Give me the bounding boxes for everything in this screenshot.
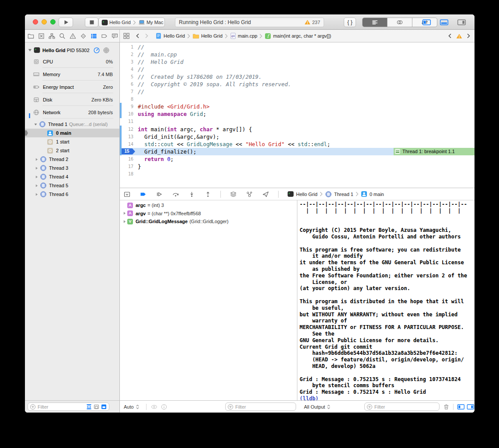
zoom-window-button[interactable] xyxy=(50,19,56,24)
nav-search-icon[interactable] xyxy=(59,32,66,40)
disclosure-right-icon[interactable] xyxy=(35,158,38,161)
code-line[interactable]: 10using namespace Grid; xyxy=(120,110,475,118)
code-line[interactable]: 5// Created by s1786208 on 17/03/2019. xyxy=(120,73,475,80)
filter-stack-icon[interactable] xyxy=(101,403,107,410)
jumpbar-item[interactable]: Hello Grid xyxy=(192,33,223,39)
disclosure-down-icon[interactable] xyxy=(34,122,38,126)
toggle-navigator-button[interactable] xyxy=(420,18,433,26)
nav-sourcecontrol-icon[interactable] xyxy=(38,32,45,40)
variable-row[interactable]: A argc = (int) 3 xyxy=(120,201,297,210)
stack-frame-row[interactable]: 0 main xyxy=(25,129,119,137)
warning-icon[interactable] xyxy=(456,33,462,39)
nav-issue-icon[interactable] xyxy=(69,32,77,40)
gauge-row-disk[interactable]: Disk Zero KB/s xyxy=(25,93,119,106)
forward-button[interactable] xyxy=(144,33,149,39)
clear-console-button[interactable] xyxy=(443,401,450,413)
thread-row[interactable]: Thread 5 xyxy=(25,181,119,190)
code-line[interactable]: 7// xyxy=(120,88,475,95)
code-line[interactable]: 4// xyxy=(120,66,475,73)
minimize-window-button[interactable] xyxy=(42,19,47,24)
jumpbar-item[interactable]: Hello Grid xyxy=(155,32,185,39)
code-line[interactable]: 14 std::cout << GridLogMessage << "Hello… xyxy=(120,140,475,148)
jumpbar-item[interactable]: c+main.cpp xyxy=(230,32,258,39)
stack-frame-row[interactable]: ⚙ 1 start xyxy=(25,137,119,146)
console-scope-dropdown[interactable]: All Output xyxy=(304,401,331,413)
stop-button[interactable] xyxy=(85,18,98,27)
nav-test-icon[interactable] xyxy=(80,32,87,40)
location-button[interactable] xyxy=(262,191,269,198)
stepout-button[interactable] xyxy=(204,191,212,198)
quicklook-button[interactable] xyxy=(150,401,158,413)
hide-button[interactable] xyxy=(123,191,131,198)
code-line[interactable]: 18 xyxy=(120,170,475,178)
back-button[interactable] xyxy=(135,33,140,39)
gauge-row-network[interactable]: Network 208 bytes/s xyxy=(25,106,119,119)
toggle-inspector-button[interactable] xyxy=(455,18,468,26)
nav-breakpoint-icon[interactable] xyxy=(101,32,108,40)
variable-row[interactable]: V Grid::GridLogMessage (Grid::GridLogger… xyxy=(120,217,297,226)
code-line[interactable]: 15 Grid_finalize();Thread 1: breakpoint … xyxy=(120,148,475,155)
variables-view[interactable]: A argc = (int) 3 A argv = (char **) 0x7f… xyxy=(120,200,297,400)
info-button[interactable] xyxy=(161,401,167,413)
source-editor[interactable]: 1//2// main.cpp3// Hello Grid4//5// Crea… xyxy=(120,42,475,188)
disclosure-right-icon[interactable] xyxy=(122,220,127,224)
debug-crumb[interactable]: Hello Grid xyxy=(287,191,318,197)
disclosure-right-icon[interactable] xyxy=(35,184,38,188)
gauge-row-memory[interactable]: Memory 7.4 MB xyxy=(25,68,119,80)
code-line[interactable]: 1// xyxy=(120,43,475,51)
thread-row[interactable]: Thread 4 xyxy=(25,172,119,181)
scheme-selector[interactable]: Hello GridMy Mac xyxy=(98,18,165,27)
assistant-editor-button[interactable] xyxy=(387,18,412,27)
disclosure-right-icon[interactable] xyxy=(35,175,38,179)
variables-filter-field[interactable]: Filter xyxy=(225,401,296,413)
code-line[interactable]: 16 return 0; xyxy=(120,155,475,163)
toggle-variables-view-button[interactable] xyxy=(457,401,465,413)
variable-row[interactable]: A argv = (char **) 0x7ffeefbff568 xyxy=(120,210,297,218)
memgraph-button[interactable] xyxy=(246,191,253,198)
nav-symbol-icon[interactable] xyxy=(48,32,56,40)
variables-scope-dropdown[interactable]: Auto xyxy=(124,401,140,413)
close-window-button[interactable] xyxy=(33,19,38,24)
stack-frame-row[interactable]: ⚙ 2 start xyxy=(25,146,119,155)
code-line[interactable]: 6// Copyright © 2019 sopa. All rights re… xyxy=(120,80,475,88)
debug-crumb[interactable]: Thread 1 xyxy=(325,191,353,198)
pause-process-button[interactable] xyxy=(93,47,100,54)
disclosure-right-icon[interactable] xyxy=(35,192,38,196)
library-button[interactable]: { } xyxy=(344,18,356,27)
related-items-icon[interactable] xyxy=(123,32,130,39)
hierarchy-button[interactable] xyxy=(230,191,237,198)
toggle-debug-area-button[interactable] xyxy=(437,18,450,26)
thread-row[interactable]: Thread 3 xyxy=(25,164,119,172)
disclosure-right-icon[interactable] xyxy=(122,211,127,215)
breakpoint-annotation[interactable]: Thread 1: breakpoint 1.1 xyxy=(394,148,475,155)
nav-project-icon[interactable] xyxy=(27,32,35,40)
process-row[interactable]: Hello Grid PID 55302 xyxy=(25,46,119,54)
thread-row[interactable]: Thread 2 xyxy=(25,155,119,164)
nav-report-icon[interactable] xyxy=(111,32,119,40)
gauge-row-energy-impact[interactable]: Energy Impact Zero xyxy=(25,80,119,93)
thread-row[interactable]: Thread 1 Queue:...d (serial) xyxy=(25,120,119,129)
disclosure-down-icon[interactable] xyxy=(28,48,32,52)
stepin-button[interactable] xyxy=(188,191,195,198)
memory-graph-button[interactable] xyxy=(103,47,110,54)
console-output[interactable]: --|--|--|--|--|--|--|--|--|--|--|--|--|-… xyxy=(298,200,475,400)
thread-row[interactable]: Thread 6 xyxy=(25,190,119,199)
toggle-console-button[interactable] xyxy=(467,401,475,413)
filter-flag-icon[interactable] xyxy=(93,403,100,410)
code-line[interactable]: 11 xyxy=(120,118,475,125)
stepover-button[interactable] xyxy=(172,191,179,198)
warning-count-badge[interactable]: 237 xyxy=(304,19,320,26)
code-line[interactable]: 17} xyxy=(120,163,475,170)
standard-editor-button[interactable] xyxy=(363,18,387,27)
code-line[interactable]: 3// Hello Grid xyxy=(120,58,475,66)
code-line[interactable]: 12int main(int argc, char * argv[]) { xyxy=(120,126,475,133)
continue-button[interactable] xyxy=(156,191,163,198)
gauge-row-cpu[interactable]: CPU 0% xyxy=(25,55,119,68)
code-line[interactable]: 13 Grid_init(&argc,&argv); xyxy=(120,133,475,140)
nav-debug-icon[interactable] xyxy=(90,32,98,40)
bp-button[interactable] xyxy=(140,191,147,198)
disclosure-right-icon[interactable] xyxy=(35,166,38,170)
code-line[interactable]: 8 xyxy=(120,95,475,103)
filter-running-icon[interactable] xyxy=(86,403,92,410)
code-line[interactable]: 9#include <Grid/Grid.h> xyxy=(120,103,475,110)
